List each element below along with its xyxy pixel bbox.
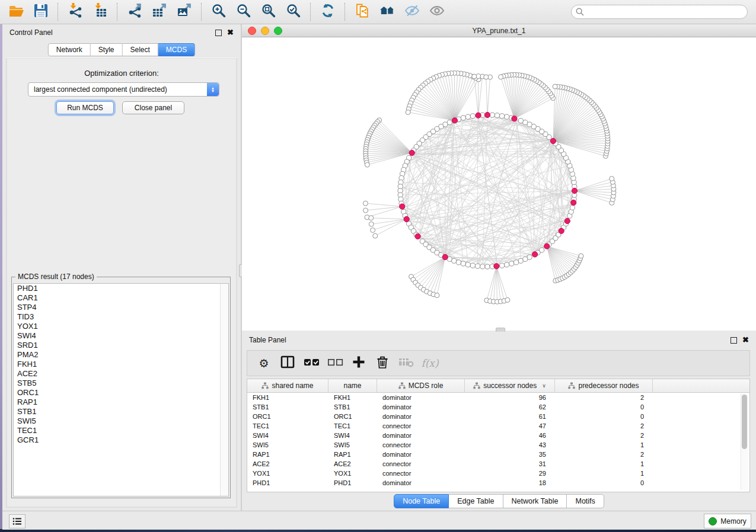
sort-menu-icon[interactable]: ∨ <box>542 383 546 389</box>
network-node[interactable] <box>456 260 461 265</box>
hide-selected-button[interactable] <box>400 1 425 23</box>
import-network-button[interactable] <box>63 1 88 23</box>
table-row[interactable]: PHD1PHD1dominator180 <box>247 478 749 488</box>
tab-network-table[interactable]: Network Table <box>503 494 567 508</box>
satellite-node[interactable] <box>371 227 375 232</box>
mcds-list-scrollbar[interactable] <box>220 284 228 496</box>
table-scrollbar-thumb[interactable] <box>742 395 747 449</box>
mcds-result-item[interactable]: YOX1 <box>14 322 228 331</box>
close-panel-icon[interactable]: ✖ <box>227 30 234 36</box>
dominator-node[interactable] <box>400 204 405 209</box>
network-node[interactable] <box>523 120 528 125</box>
dominator-node[interactable] <box>544 243 550 249</box>
optimization-criterion-select[interactable]: largest connected component (undirected)… <box>28 82 219 97</box>
mcds-result-item[interactable]: SRD1 <box>14 341 228 350</box>
dominator-node[interactable] <box>484 112 490 117</box>
table-row[interactable]: YOX1YOX1connector291 <box>247 469 749 478</box>
network-node[interactable] <box>500 114 505 118</box>
dominator-node[interactable] <box>442 254 448 259</box>
network-node[interactable] <box>540 248 544 252</box>
table-row[interactable]: ORC1ORC1dominator610 <box>247 412 749 421</box>
mcds-result-item[interactable]: STB5 <box>14 379 228 388</box>
network-node[interactable] <box>461 261 465 266</box>
network-node[interactable] <box>570 205 575 210</box>
column-header-name[interactable]: name <box>328 379 377 392</box>
satellite-node[interactable] <box>610 177 614 181</box>
first-neighbors-button[interactable] <box>375 1 400 23</box>
network-node[interactable] <box>470 263 475 268</box>
satellite-node[interactable] <box>505 297 510 302</box>
dominator-node[interactable] <box>452 118 457 123</box>
mcds-result-item[interactable]: TID3 <box>14 312 228 322</box>
export-table-button[interactable] <box>147 1 172 23</box>
tab-motifs[interactable]: Motifs <box>567 494 604 508</box>
dominator-node[interactable] <box>476 113 481 118</box>
network-node[interactable] <box>518 258 523 263</box>
mcds-result-item[interactable]: RAP1 <box>14 398 228 407</box>
add-column-button[interactable] <box>348 352 369 374</box>
export-image-button[interactable] <box>172 1 197 23</box>
select-all-checkboxes-button[interactable] <box>301 352 322 374</box>
network-node[interactable] <box>461 116 465 120</box>
network-node[interactable] <box>465 114 470 119</box>
network-node[interactable] <box>485 264 490 269</box>
network-node[interactable] <box>505 262 509 267</box>
mcds-result-item[interactable]: SWI5 <box>14 416 228 426</box>
column-header-predecessor-nodes[interactable]: predecessor nodes <box>555 379 653 392</box>
network-node[interactable] <box>480 264 485 269</box>
network-node[interactable] <box>513 260 518 265</box>
table-row[interactable]: SWI5SWI5connector431 <box>247 440 749 450</box>
satellite-node[interactable] <box>373 233 378 238</box>
duplicate-network-button[interactable] <box>350 1 375 23</box>
satellite-node[interactable] <box>363 201 368 206</box>
task-history-button[interactable] <box>9 514 25 528</box>
table-row[interactable]: STB1STB1dominator620 <box>247 402 749 412</box>
dominator-node[interactable] <box>559 228 564 233</box>
network-window-titlebar[interactable]: YPA_prune.txt_1 <box>242 24 756 37</box>
mcds-result-item[interactable]: PMA2 <box>14 350 228 360</box>
dominator-node[interactable] <box>409 150 414 155</box>
network-canvas[interactable] <box>242 37 756 330</box>
tab-select[interactable]: Select <box>123 43 158 56</box>
satellite-node[interactable] <box>363 208 368 213</box>
dominator-node[interactable] <box>550 138 556 143</box>
import-table-button[interactable] <box>88 1 113 23</box>
close-panel-button[interactable]: Close panel <box>122 101 184 114</box>
network-node[interactable] <box>527 255 532 259</box>
mcds-result-item[interactable]: GCR1 <box>14 435 228 445</box>
mcds-result-item[interactable]: CAR1 <box>14 293 228 303</box>
network-node[interactable] <box>470 114 475 118</box>
network-node[interactable] <box>500 263 505 268</box>
column-header-MCDS-role[interactable]: MCDS role <box>377 379 465 392</box>
network-graph[interactable] <box>242 37 756 330</box>
network-node[interactable] <box>509 261 514 266</box>
mcds-result-item[interactable]: TEC1 <box>14 426 228 435</box>
column-header-shared-name[interactable]: shared name <box>247 379 328 392</box>
mcds-result-list[interactable]: PHD1CAR1STP4TID3YOX1SWI4SRD1PMA2FKH1ACE2… <box>13 283 229 496</box>
mcds-result-item[interactable]: STP4 <box>14 303 228 312</box>
export-network-button[interactable] <box>122 1 147 23</box>
float-window-icon[interactable] <box>215 30 222 36</box>
network-node[interactable] <box>475 264 480 268</box>
dominator-node[interactable] <box>571 200 576 205</box>
satellite-node[interactable] <box>499 75 503 79</box>
float-table-panel-icon[interactable] <box>731 337 737 344</box>
tab-edge-table[interactable]: Edge Table <box>449 494 503 508</box>
table-row[interactable]: TEC1TEC1connector472 <box>247 421 749 431</box>
dominator-node[interactable] <box>564 218 570 223</box>
mcds-result-item[interactable]: ACE2 <box>14 369 228 379</box>
tab-network[interactable]: Network <box>48 43 91 56</box>
dominator-node[interactable] <box>415 233 420 239</box>
zoom-selected-button[interactable] <box>281 1 306 23</box>
satellite-node[interactable] <box>553 84 557 89</box>
table-scrollbar[interactable] <box>741 393 748 490</box>
table-row[interactable]: ACE2ACE2connector311 <box>247 459 749 469</box>
deselect-all-checkboxes-button[interactable] <box>324 352 346 374</box>
memory-button[interactable]: Memory <box>704 514 751 528</box>
satellite-node[interactable] <box>579 254 583 258</box>
save-session-button[interactable] <box>28 1 53 23</box>
zoom-out-button[interactable] <box>231 1 256 23</box>
network-node[interactable] <box>518 118 523 123</box>
tab-mcds[interactable]: MCDS <box>158 43 195 56</box>
network-node[interactable] <box>465 262 470 267</box>
